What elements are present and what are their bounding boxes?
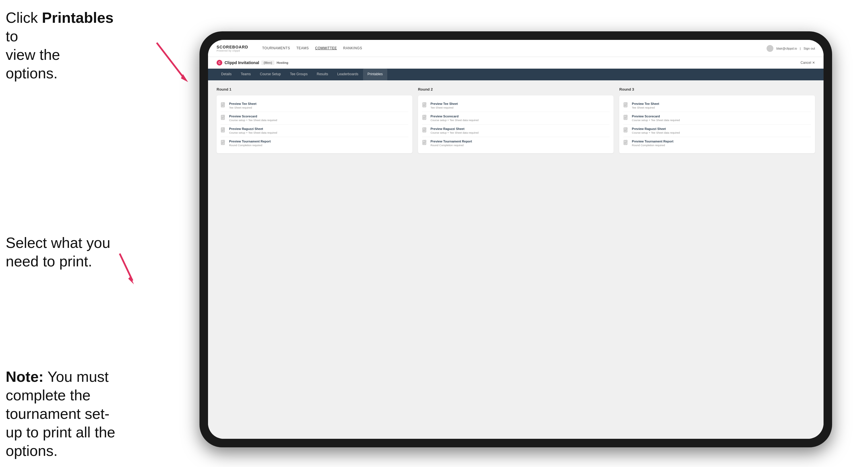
tournament-logo: C (217, 60, 222, 65)
document-icon (422, 140, 428, 147)
user-email: blair@clippd.io (776, 47, 797, 50)
tournament-header: C Clippd Invitational (Men) Hosting Canc… (208, 57, 824, 69)
round-2-scorecard-label: Preview Scorecard (431, 115, 479, 118)
round-2-tournament-report[interactable]: Preview Tournament Report Round Completi… (422, 137, 610, 149)
round-1-column: Round 1 Preview Tee Sheet (217, 87, 412, 153)
svg-rect-29 (425, 128, 426, 129)
separator: | (800, 47, 801, 50)
round-1-tee-sheet-sub: Tee Sheet required (229, 106, 256, 109)
round-3-scorecard-label: Preview Scorecard (632, 115, 680, 118)
round-3-raguzzi-text: Preview Raguzzi Sheet Course setup + Tee… (632, 127, 680, 134)
round-1-tee-sheet-text: Preview Tee Sheet Tee Sheet required (229, 102, 256, 109)
rounds-grid: Round 1 Preview Tee Sheet (217, 87, 815, 153)
svg-line-2 (120, 254, 132, 281)
top-nav-links: TOURNAMENTS TEAMS COMMITTEE RANKINGS (262, 45, 767, 52)
document-icon (221, 140, 226, 147)
tournament-name: Clippd Invitational (224, 60, 259, 65)
tab-details[interactable]: Details (217, 69, 236, 80)
logo-scoreboard: SCOREBOARD (217, 45, 254, 49)
tab-course-setup[interactable]: Course Setup (255, 69, 285, 80)
document-icon (221, 102, 226, 109)
sign-out-link[interactable]: Sign out (804, 47, 815, 50)
round-3-title: Round 3 (619, 87, 815, 91)
document-icon (623, 140, 629, 147)
round-2-tee-sheet-label: Preview Tee Sheet (431, 102, 458, 105)
round-2-tee-sheet-sub: Tee Sheet required (431, 106, 458, 109)
svg-rect-45 (626, 128, 627, 129)
round-1-raguzzi-label: Preview Raguzzi Sheet (229, 127, 277, 130)
tournament-division: (Men) (261, 60, 274, 65)
nav-teams[interactable]: TEAMS (297, 45, 309, 52)
round-1-scorecard-text: Preview Scorecard Course setup + Tee She… (229, 115, 277, 122)
round-3-tournament-report-sub: Round Completion required (632, 144, 673, 147)
round-2-scorecard-sub: Course setup + Tee Sheet data required (431, 119, 479, 122)
round-2-raguzzi-label: Preview Raguzzi Sheet (431, 127, 479, 130)
round-3-tournament-report[interactable]: Preview Tournament Report Round Completi… (623, 137, 811, 149)
round-3-scorecard-sub: Course setup + Tee Sheet data required (632, 119, 680, 122)
cancel-button[interactable]: Cancel ✕ (801, 61, 815, 65)
svg-rect-49 (626, 140, 627, 141)
round-2-card: Preview Tee Sheet Tee Sheet required (418, 95, 614, 153)
tab-leaderboards[interactable]: Leaderboards (333, 69, 363, 80)
instruction-top: Click Printables toview the options. (6, 8, 114, 83)
round-1-raguzzi[interactable]: Preview Raguzzi Sheet Course setup + Tee… (221, 125, 408, 137)
document-icon (422, 115, 428, 122)
top-nav: SCOREBOARD Powered by clippd TOURNAMENTS… (208, 40, 824, 57)
round-2-tournament-report-label: Preview Tournament Report (431, 139, 472, 143)
round-2-scorecard-text: Preview Scorecard Course setup + Tee She… (431, 115, 479, 122)
document-icon (221, 115, 226, 122)
round-3-raguzzi[interactable]: Preview Raguzzi Sheet Course setup + Tee… (623, 125, 811, 137)
round-3-scorecard-text: Preview Scorecard Course setup + Tee She… (632, 115, 680, 122)
round-2-tee-sheet[interactable]: Preview Tee Sheet Tee Sheet required (422, 99, 610, 112)
svg-rect-5 (223, 102, 224, 104)
round-1-raguzzi-sub: Course setup + Tee Sheet data required (229, 131, 277, 134)
round-2-tee-sheet-text: Preview Tee Sheet Tee Sheet required (431, 102, 458, 109)
round-2-tournament-report-sub: Round Completion required (431, 144, 472, 147)
round-1-title: Round 1 (217, 87, 412, 91)
round-3-raguzzi-label: Preview Raguzzi Sheet (632, 127, 680, 130)
note-bold: Note: (6, 368, 43, 385)
printables-bold: Printables (42, 9, 114, 26)
nav-committee[interactable]: COMMITTEE (315, 45, 337, 52)
top-nav-right: blair@clippd.io | Sign out (767, 45, 815, 52)
hosting-badge: Hosting (277, 61, 288, 64)
round-2-column: Round 2 Preview Tee Sheet (418, 87, 614, 153)
user-avatar (767, 45, 773, 52)
round-1-tournament-report-label: Preview Tournament Report (229, 139, 271, 143)
tab-teams[interactable]: Teams (236, 69, 255, 80)
tab-results[interactable]: Results (312, 69, 333, 80)
nav-tournaments[interactable]: TOURNAMENTS (262, 45, 290, 52)
round-3-column: Round 3 Preview Tee Sheet (619, 87, 815, 153)
instruction-mid: Select what youneed to print. (6, 234, 110, 271)
round-2-raguzzi-text: Preview Raguzzi Sheet Course setup + Tee… (431, 127, 479, 134)
round-1-scorecard-sub: Course setup + Tee Sheet data required (229, 119, 277, 122)
svg-rect-9 (223, 115, 224, 116)
document-icon (623, 102, 629, 109)
nav-rankings[interactable]: RANKINGS (343, 45, 362, 52)
round-3-tee-sheet-text: Preview Tee Sheet Tee Sheet required (632, 102, 659, 109)
round-1-tee-sheet[interactable]: Preview Tee Sheet Tee Sheet required (221, 99, 408, 112)
round-3-scorecard[interactable]: Preview Scorecard Course setup + Tee She… (623, 112, 811, 125)
round-1-tee-sheet-label: Preview Tee Sheet (229, 102, 256, 105)
instruction-bottom: Note: You must complete the tournament s… (6, 368, 125, 460)
round-3-tee-sheet[interactable]: Preview Tee Sheet Tee Sheet required (623, 99, 811, 112)
svg-rect-17 (223, 140, 224, 141)
tab-tee-groups[interactable]: Tee Groups (285, 69, 312, 80)
logo-area: SCOREBOARD Powered by clippd (217, 45, 254, 52)
logo-sub: Powered by clippd (217, 49, 254, 52)
svg-rect-41 (626, 115, 627, 116)
svg-rect-25 (425, 115, 426, 116)
svg-rect-13 (223, 128, 224, 129)
document-icon (422, 127, 428, 134)
round-1-raguzzi-text: Preview Raguzzi Sheet Course setup + Tee… (229, 127, 277, 134)
round-1-scorecard[interactable]: Preview Scorecard Course setup + Tee She… (221, 112, 408, 125)
sub-nav: Details Teams Course Setup Tee Groups Re… (208, 69, 824, 80)
round-3-tee-sheet-sub: Tee Sheet required (632, 106, 659, 109)
tab-printables[interactable]: Printables (363, 69, 387, 80)
round-3-raguzzi-sub: Course setup + Tee Sheet data required (632, 131, 680, 134)
document-icon (623, 127, 629, 134)
round-1-tournament-report[interactable]: Preview Tournament Report Round Completi… (221, 137, 408, 149)
svg-line-0 (157, 43, 185, 80)
round-2-scorecard[interactable]: Preview Scorecard Course setup + Tee She… (422, 112, 610, 125)
round-2-raguzzi[interactable]: Preview Raguzzi Sheet Course setup + Tee… (422, 125, 610, 137)
